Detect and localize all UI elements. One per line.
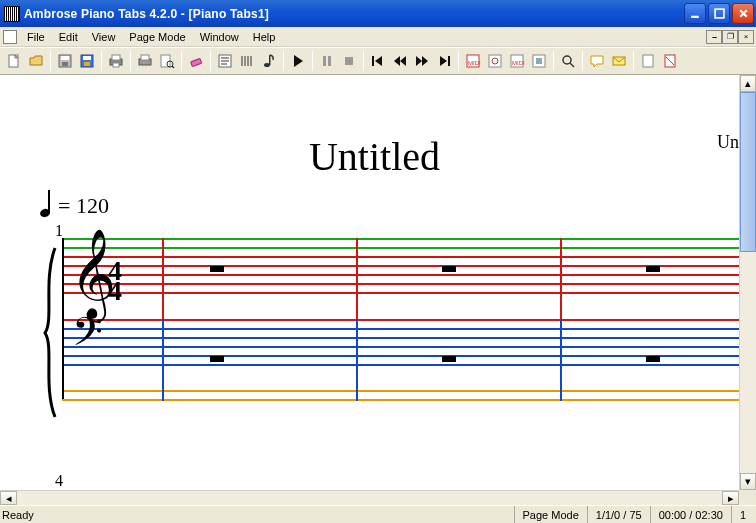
barline: [356, 319, 358, 401]
doc2-icon[interactable]: [659, 50, 681, 72]
midi-map-icon[interactable]: MIDI: [462, 50, 484, 72]
svg-rect-32: [448, 56, 450, 66]
save-icon[interactable]: [54, 50, 76, 72]
whole-rest: [646, 356, 660, 362]
toolbar-separator: [582, 51, 583, 71]
minimize-button[interactable]: [684, 3, 706, 24]
barline-start: [62, 238, 64, 399]
svg-rect-17: [191, 58, 202, 66]
vertical-scroll-thumb[interactable]: [740, 92, 756, 252]
midi-red-icon[interactable]: MIDI: [506, 50, 528, 72]
menu-edit[interactable]: Edit: [52, 30, 85, 44]
status-bar: Ready Page Mode 1/1/0 / 75 00:00 / 02:30…: [0, 505, 756, 523]
mail-icon[interactable]: [608, 50, 630, 72]
barline: [560, 238, 562, 321]
svg-rect-7: [83, 56, 91, 60]
svg-rect-4: [61, 56, 69, 60]
pause-icon[interactable]: [316, 50, 338, 72]
grand-staff: 𝄞 𝄢 4 4: [40, 235, 739, 410]
print-icon[interactable]: [134, 50, 156, 72]
forward-icon[interactable]: [411, 50, 433, 72]
whole-rest: [442, 266, 456, 272]
scroll-up-button[interactable]: ▴: [740, 75, 756, 92]
open-file-icon[interactable]: [25, 50, 47, 72]
score-page: Untitled Un = 120 1: [0, 75, 739, 490]
rewind-icon[interactable]: [389, 50, 411, 72]
play-icon[interactable]: [287, 50, 309, 72]
menu-file[interactable]: File: [20, 30, 52, 44]
scroll-left-button[interactable]: ◂: [0, 491, 17, 505]
svg-rect-10: [112, 55, 120, 60]
svg-rect-35: [489, 55, 501, 67]
scroll-down-button[interactable]: ▾: [740, 473, 756, 490]
toolbar-separator: [553, 51, 554, 71]
app-icon: [4, 6, 20, 22]
document-area: Untitled Un = 120 1: [0, 75, 756, 505]
staff-system: 𝄞 𝄢 4 4: [40, 235, 739, 490]
scroll-right-button[interactable]: ▸: [722, 491, 739, 505]
close-button[interactable]: [732, 3, 754, 24]
status-ready: Ready: [2, 509, 34, 521]
print-all-icon[interactable]: [105, 50, 127, 72]
barline: [162, 238, 164, 321]
maximize-button[interactable]: [708, 3, 730, 24]
svg-rect-1: [715, 9, 724, 18]
chat-icon[interactable]: [586, 50, 608, 72]
mdi-document-icon[interactable]: [3, 30, 17, 44]
svg-line-16: [172, 66, 174, 68]
vertical-scrollbar[interactable]: ▴ ▾: [739, 75, 756, 490]
horizontal-scrollbar[interactable]: ◂ ▸: [0, 490, 739, 505]
svg-rect-30: [345, 57, 353, 65]
barline: [560, 319, 562, 401]
text-mode-icon[interactable]: [214, 50, 236, 72]
midi-box-icon[interactable]: [528, 50, 550, 72]
svg-text:MIDI: MIDI: [512, 60, 525, 66]
document-viewport[interactable]: Untitled Un = 120 1: [0, 75, 739, 490]
toolbar-separator: [50, 51, 51, 71]
new-file-icon[interactable]: [3, 50, 25, 72]
bass-clef-icon: 𝄢: [72, 309, 103, 366]
mdi-minimize-button[interactable]: ‒: [706, 30, 722, 44]
doc1-icon[interactable]: [637, 50, 659, 72]
whole-rest: [210, 356, 224, 362]
tab-mode-icon[interactable]: [236, 50, 258, 72]
menu-page-mode[interactable]: Page Mode: [122, 30, 192, 44]
toolbar-separator: [130, 51, 131, 71]
toolbar-separator: [181, 51, 182, 71]
tempo-label: = 120: [58, 193, 109, 219]
quarter-note-icon: [40, 193, 54, 219]
menu-help[interactable]: Help: [246, 30, 283, 44]
window-titlebar: Ambrose Piano Tabs 4.2.0 - [Piano Tabs1]: [0, 0, 756, 27]
toolbar: MIDIMIDI: [0, 47, 756, 75]
music-note-icon[interactable]: [258, 50, 280, 72]
midi-settings-icon[interactable]: [484, 50, 506, 72]
svg-rect-27: [269, 55, 271, 65]
toolbar-separator: [283, 51, 284, 71]
stop-icon[interactable]: [338, 50, 360, 72]
scroll-corner: [739, 490, 756, 505]
toolbar-separator: [458, 51, 459, 71]
status-position: 1/1/0 / 75: [587, 506, 650, 523]
status-mode: Page Mode: [514, 506, 587, 523]
window-title: Ambrose Piano Tabs 4.2.0 - [Piano Tabs1]: [24, 7, 684, 21]
mdi-close-button[interactable]: ×: [738, 30, 754, 44]
svg-rect-28: [323, 56, 326, 66]
skip-end-icon[interactable]: [433, 50, 455, 72]
svg-rect-44: [643, 55, 653, 67]
svg-rect-40: [536, 58, 542, 64]
svg-rect-29: [328, 56, 331, 66]
toolbar-separator: [210, 51, 211, 71]
eraser-icon[interactable]: [185, 50, 207, 72]
menu-window[interactable]: Window: [193, 30, 246, 44]
svg-rect-5: [62, 62, 68, 66]
whole-rest: [646, 266, 660, 272]
vertical-scroll-track[interactable]: [740, 92, 756, 473]
skip-start-icon[interactable]: [367, 50, 389, 72]
print-preview-icon[interactable]: [156, 50, 178, 72]
svg-rect-8: [84, 62, 90, 66]
save-color-icon[interactable]: [76, 50, 98, 72]
menu-view[interactable]: View: [85, 30, 123, 44]
toolbar-separator: [363, 51, 364, 71]
zoom-icon[interactable]: [557, 50, 579, 72]
mdi-restore-button[interactable]: ❐: [722, 30, 738, 44]
